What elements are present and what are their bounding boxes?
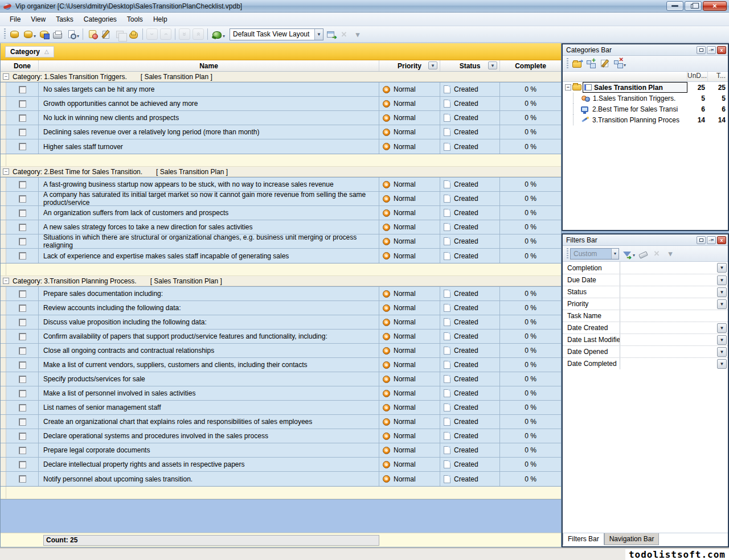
done-checkbox[interactable]	[19, 376, 26, 383]
column-header-done[interactable]: Done	[6, 60, 39, 71]
print-icon[interactable]	[51, 27, 64, 41]
done-checkbox[interactable]	[19, 390, 26, 397]
table-row[interactable]: Declare intellectual property rights and…	[1, 458, 561, 472]
done-checkbox[interactable]	[19, 433, 26, 440]
new-subcategory-icon[interactable]	[584, 57, 597, 71]
apply-layout-icon[interactable]	[323, 27, 337, 41]
minimize-button[interactable]	[666, 1, 683, 11]
tree-item-root[interactable]: −Sales Transition Plan2525	[563, 82, 728, 93]
menu-item-tasks[interactable]: Tasks	[51, 14, 79, 25]
move-bottom-icon[interactable]: »	[178, 27, 191, 41]
filter-dropdown-icon[interactable]: ▼	[717, 275, 727, 285]
table-row[interactable]: An organization suffers from lack of cus…	[1, 206, 561, 220]
filter-value-field[interactable]	[620, 358, 716, 369]
menu-item-categories[interactable]: Categories	[79, 14, 122, 25]
done-checkbox[interactable]	[19, 361, 26, 369]
filter-dropdown-icon[interactable]: ▼	[717, 263, 727, 273]
done-checkbox[interactable]	[19, 238, 26, 245]
done-checkbox[interactable]	[19, 209, 26, 217]
print-preview-icon[interactable]	[64, 27, 78, 41]
delete-filter-icon[interactable]: ✕	[650, 247, 664, 261]
filter-dropdown-icon[interactable]: ▼	[717, 299, 727, 309]
column-header-priority[interactable]: Priority ▼	[379, 60, 440, 71]
collapse-tree-icon[interactable]: −	[565, 84, 571, 90]
table-row[interactable]: Make a list of current vendors, supplier…	[1, 358, 561, 372]
filters-close-icon[interactable]: x	[717, 236, 726, 244]
done-checkbox[interactable]	[19, 86, 26, 93]
column-header-complete[interactable]: Complete	[500, 60, 561, 71]
done-checkbox[interactable]	[19, 129, 26, 136]
table-row[interactable]: List names of senior management staffNor…	[1, 401, 561, 415]
tree-column-total[interactable]: T...	[707, 72, 728, 81]
group-header[interactable]: −Category: 1.Sales Transition Triggers.[…	[1, 72, 561, 82]
done-checkbox[interactable]	[19, 461, 26, 468]
filter-value-field[interactable]	[620, 298, 716, 310]
table-row[interactable]: No luck in winning new clients and prosp…	[1, 111, 561, 125]
table-row[interactable]: Notify personnel about upcoming sales tr…	[1, 472, 561, 486]
table-row[interactable]: Create an organizational chart that expl…	[1, 415, 561, 429]
filter-value-field[interactable]	[620, 262, 716, 274]
table-row[interactable]: A fast-growing business startup now appe…	[1, 178, 561, 192]
edit-category-icon[interactable]	[597, 57, 611, 71]
table-row[interactable]: Make a list of personnel involved in sal…	[1, 386, 561, 401]
tree-item[interactable]: 3.Transition Planning Proces1414	[563, 114, 728, 125]
done-checkbox[interactable]	[19, 195, 26, 203]
done-checkbox[interactable]	[19, 404, 26, 411]
column-header-status[interactable]: Status ▼	[440, 60, 500, 71]
done-checkbox[interactable]	[19, 304, 26, 312]
filter-value-field[interactable]	[620, 346, 716, 357]
save-database-icon[interactable]	[37, 27, 51, 41]
done-checkbox[interactable]	[19, 475, 26, 483]
tree-item[interactable]: 1.Sales Transition Triggers.55	[563, 93, 728, 104]
categories-pin-icon[interactable]: 📌︎	[707, 46, 716, 54]
categories-restore-icon[interactable]	[697, 46, 706, 54]
tab-navigation-bar[interactable]: Navigation Bar	[604, 533, 660, 545]
table-row[interactable]: A company has saturated its initial targ…	[1, 192, 561, 206]
menu-item-file[interactable]: File	[5, 14, 26, 25]
filter-dropdown-icon[interactable]: ▼	[717, 359, 727, 369]
table-row[interactable]: Prepare legal corporate documentsNormalC…	[1, 443, 561, 458]
table-row[interactable]: Discuss value proposition including the …	[1, 315, 561, 330]
done-checkbox[interactable]	[19, 114, 26, 122]
filters-overflow-icon[interactable]: ▾	[664, 247, 677, 261]
clear-filter-icon[interactable]	[636, 247, 650, 261]
view-mode-icon[interactable]	[210, 27, 224, 41]
filter-preset-dropdown-icon[interactable]: ▼	[611, 249, 619, 259]
open-database-icon[interactable]	[21, 27, 35, 41]
menu-item-view[interactable]: View	[26, 14, 51, 25]
close-button[interactable]: ✕	[703, 1, 727, 11]
done-checkbox[interactable]	[19, 333, 26, 340]
done-checkbox[interactable]	[19, 319, 26, 326]
done-checkbox[interactable]	[19, 447, 26, 454]
menu-item-tools[interactable]: Tools	[122, 14, 148, 25]
done-checkbox[interactable]	[19, 252, 26, 260]
move-down-icon[interactable]: ›	[145, 27, 159, 41]
layout-combo-dropdown-icon[interactable]: ▼	[314, 29, 323, 40]
new-category-icon[interactable]	[570, 57, 584, 71]
table-row[interactable]: Prepare sales documentation including:No…	[1, 287, 561, 301]
filter-preset-combo[interactable]: Custom ▼	[570, 248, 619, 260]
priority-filter-icon[interactable]: ▼	[428, 61, 437, 69]
filter-value-field[interactable]	[620, 322, 716, 333]
collapse-group-icon[interactable]: −	[3, 168, 9, 175]
restore-button[interactable]	[685, 1, 702, 11]
status-filter-icon[interactable]: ▼	[488, 61, 497, 69]
done-checkbox[interactable]	[19, 143, 26, 150]
group-header[interactable]: −Category: 3.Transition Planning Process…	[1, 276, 561, 286]
filter-value-field[interactable]	[620, 310, 728, 322]
collapse-group-icon[interactable]: −	[3, 73, 9, 80]
move-top-icon[interactable]: »	[191, 27, 205, 41]
table-row[interactable]: Declare operational systems and procedur…	[1, 429, 561, 443]
delete-layout-icon[interactable]: ✕	[337, 27, 351, 41]
table-row[interactable]: A new sales strategy forces to take a ne…	[1, 220, 561, 234]
filters-restore-icon[interactable]	[697, 236, 706, 244]
group-by-category-button[interactable]: Category △	[5, 46, 54, 57]
done-checkbox[interactable]	[19, 224, 26, 231]
tab-filters-bar[interactable]: Filters Bar	[563, 533, 604, 545]
layout-combo[interactable]: Default Task View Layout▼	[230, 28, 323, 40]
move-up-icon[interactable]: ›	[159, 27, 173, 41]
filter-dropdown-icon[interactable]: ▼	[717, 287, 727, 297]
menu-item-help[interactable]: Help	[148, 14, 173, 25]
table-row[interactable]: Declining sales revenue over a relativel…	[1, 125, 561, 139]
table-row[interactable]: Specify products/services for saleNormal…	[1, 372, 561, 386]
